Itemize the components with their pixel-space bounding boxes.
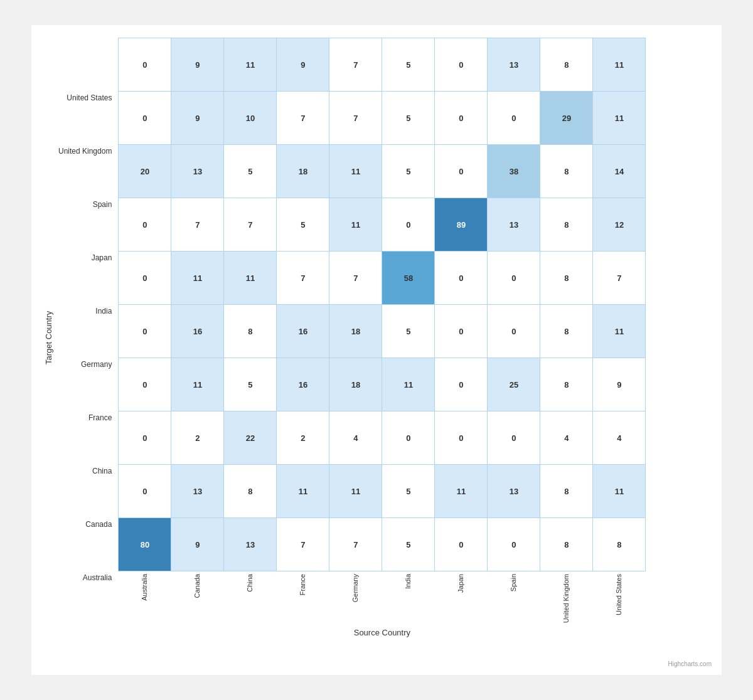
y-row-label: Japan <box>58 231 115 284</box>
heatmap-cell: 0 <box>119 92 171 145</box>
heatmap-cell: 0 <box>435 305 488 358</box>
heatmap-cell: 7 <box>224 198 277 252</box>
heatmap-cell: 0 <box>435 411 488 465</box>
y-row-label: France <box>58 391 115 444</box>
heatmap-cell: 58 <box>382 252 435 305</box>
heatmap-cell: 7 <box>593 252 646 305</box>
heatmap-cell: 8 <box>540 145 593 198</box>
heatmap-cell: 4 <box>540 411 593 465</box>
heatmap-cell: 0 <box>435 38 488 92</box>
heatmap-cell: 11 <box>593 38 646 92</box>
heatmap-cell: 11 <box>329 145 382 198</box>
x-col-label-wrapper: China <box>223 574 276 624</box>
heatmap-cell: 11 <box>277 465 329 518</box>
heatmap-cell: 13 <box>224 518 277 571</box>
heatmap-cell: 16 <box>277 358 329 411</box>
heatmap-cell: 20 <box>119 145 171 198</box>
heatmap-cell: 0 <box>435 252 488 305</box>
heatmap-cell: 11 <box>382 358 435 411</box>
y-axis-label: Target Country <box>44 71 53 604</box>
heatmap-cell: 16 <box>277 305 329 358</box>
y-row-label: Canada <box>58 497 115 551</box>
x-axis-labels: AustraliaCanadaChinaFranceGermanyIndiaJa… <box>118 574 646 624</box>
heatmap-cell: 5 <box>382 305 435 358</box>
heatmap-cell: 11 <box>329 465 382 518</box>
y-row-label: Australia <box>58 551 115 604</box>
heatmap-cell: 10 <box>224 92 277 145</box>
heatmap-cell: 5 <box>382 145 435 198</box>
heatmap-cell: 7 <box>171 198 224 252</box>
heatmap-cell: 22 <box>224 411 277 465</box>
grid-and-x: 0911975013811091077500291120135181150388… <box>118 38 646 637</box>
heatmap-cell: 0 <box>119 411 171 465</box>
x-col-label-wrapper: United Kingdom <box>540 574 592 624</box>
heatmap-cell: 0 <box>435 358 488 411</box>
heatmap-cell: 29 <box>540 92 593 145</box>
heatmap-cell: 5 <box>382 38 435 92</box>
heatmap-cell: 38 <box>488 145 540 198</box>
heatmap-cell: 5 <box>382 465 435 518</box>
heatmap-cell: 7 <box>277 92 329 145</box>
heatmap-cell: 13 <box>171 145 224 198</box>
heatmap-cell: 14 <box>593 145 646 198</box>
heatmap-cell: 7 <box>329 92 382 145</box>
heatmap-cell: 2 <box>277 411 329 465</box>
heatmap-cell: 8 <box>540 358 593 411</box>
x-col-label: Germany <box>351 574 359 602</box>
heatmap-cell: 13 <box>488 38 540 92</box>
heatmap-cell: 7 <box>329 252 382 305</box>
heatmap-cell: 11 <box>224 252 277 305</box>
heatmap-cell: 8 <box>540 465 593 518</box>
x-col-label-wrapper: Spain <box>487 574 540 624</box>
x-col-label: India <box>404 574 412 589</box>
heatmap-cell: 89 <box>435 198 488 252</box>
heatmap-cell: 0 <box>119 198 171 252</box>
heatmap-cell: 7 <box>277 518 329 571</box>
heatmap-cell: 13 <box>171 465 224 518</box>
heatmap-cell: 0 <box>488 518 540 571</box>
heatmap-cell: 8 <box>224 305 277 358</box>
heatmap-cell: 0 <box>382 411 435 465</box>
heatmap-cell: 0 <box>119 358 171 411</box>
heatmap-cell: 11 <box>329 198 382 252</box>
x-col-label: United States <box>615 574 622 615</box>
x-col-label-wrapper: France <box>276 574 329 624</box>
x-col-label: Canada <box>193 574 201 598</box>
heatmap-cell: 8 <box>540 198 593 252</box>
heatmap-cell: 2 <box>171 411 224 465</box>
x-col-label-wrapper: Germany <box>329 574 382 624</box>
heatmap-cell: 0 <box>382 198 435 252</box>
x-col-label-wrapper: Japan <box>434 574 487 624</box>
heatmap-cell: 12 <box>593 198 646 252</box>
heatmap-cell: 13 <box>488 198 540 252</box>
heatmap-cell: 11 <box>435 465 488 518</box>
heatmap-cell: 9 <box>171 518 224 571</box>
y-row-label: Spain <box>58 178 115 231</box>
x-col-label: China <box>246 574 254 592</box>
heatmap-cell: 18 <box>277 145 329 198</box>
heatmap-cell: 11 <box>593 305 646 358</box>
heatmap-cell: 5 <box>277 198 329 252</box>
heatmap-cell: 18 <box>329 358 382 411</box>
heatmap-cell: 7 <box>329 518 382 571</box>
chart-area: Target Country United StatesUnited Kingd… <box>44 38 709 637</box>
y-row-label: China <box>58 444 115 497</box>
heatmap-cell: 11 <box>171 252 224 305</box>
heatmap-cell: 8 <box>540 518 593 571</box>
heatmap-cell: 5 <box>224 358 277 411</box>
heatmap-cell: 4 <box>593 411 646 465</box>
x-col-label: Japan <box>457 574 464 593</box>
heatmap-cell: 11 <box>224 38 277 92</box>
highcharts-credit: Highcharts.com <box>668 660 712 667</box>
x-col-label: Spain <box>510 574 517 591</box>
heatmap-cell: 0 <box>119 305 171 358</box>
heatmap-cell: 0 <box>435 145 488 198</box>
chart-container: Target Country United StatesUnited Kingd… <box>31 25 722 675</box>
heatmap-cell: 0 <box>488 305 540 358</box>
x-axis-title: Source Country <box>118 628 646 637</box>
heatmap-cell: 8 <box>593 518 646 571</box>
heatmap-cell: 0 <box>119 252 171 305</box>
heatmap-cell: 18 <box>329 305 382 358</box>
y-row-label: India <box>58 284 115 337</box>
heatmap-cell: 8 <box>540 305 593 358</box>
